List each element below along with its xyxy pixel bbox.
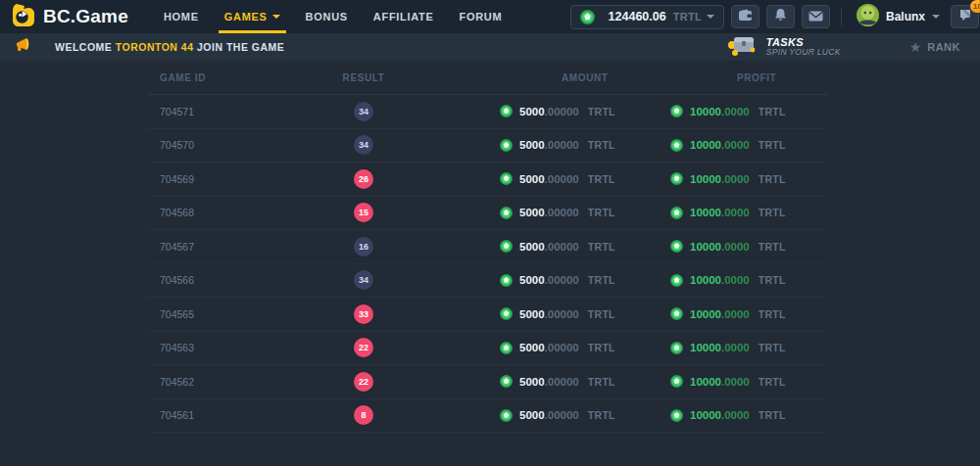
result-badge: 26 bbox=[354, 169, 373, 189]
table-row: 704565 33 5000.00000 TRTL bbox=[147, 298, 828, 332]
announcement-bar: WELCOME TORONTON 44 JOIN THE GAME TASKS bbox=[0, 33, 980, 61]
game-id-cell[interactable]: 704563 bbox=[147, 342, 290, 353]
bc-game-logo-icon bbox=[12, 3, 35, 31]
navbar-divider bbox=[841, 7, 842, 26]
table-header-row: GAME ID RESULT AMOUNT PROFIT bbox=[147, 61, 828, 95]
trtl-coin-icon bbox=[500, 240, 513, 253]
amount-cell: 5000.00000 TRTL bbox=[437, 207, 647, 219]
game-id-cell[interactable]: 704561 bbox=[147, 409, 290, 421]
trtl-coin-icon bbox=[500, 207, 513, 219]
trtl-coin-icon bbox=[670, 375, 683, 388]
trtl-coin-icon bbox=[500, 307, 513, 320]
trtl-coin-icon bbox=[670, 274, 683, 287]
trtl-coin-icon bbox=[500, 274, 513, 287]
table-row: 704568 15 5000.00000 TRTL bbox=[147, 197, 828, 231]
result-badge: 15 bbox=[354, 203, 373, 222]
amount-cell: 5000.00000 TRTL bbox=[437, 105, 647, 117]
trtl-coin-icon bbox=[500, 342, 513, 354]
tasks-widget[interactable]: TASKS SPIN YOUR LUCK bbox=[726, 33, 841, 61]
rank-widget[interactable]: ★ RANK bbox=[909, 40, 960, 54]
profit-cell: 10000.0000 TRTL bbox=[647, 409, 828, 422]
wallet-button[interactable] bbox=[731, 5, 760, 28]
result-badge: 34 bbox=[354, 135, 373, 155]
username: Balunx bbox=[886, 10, 925, 23]
result-badge: 34 bbox=[354, 102, 373, 121]
messages-button[interactable] bbox=[802, 5, 830, 28]
trtl-coin-icon bbox=[670, 342, 683, 354]
nav-item-games[interactable]: GAMES bbox=[224, 0, 280, 33]
header-game-id: GAME ID bbox=[147, 72, 290, 83]
table-row: 704563 22 5000.00000 TRTL bbox=[147, 332, 828, 366]
chevron-down-icon bbox=[272, 15, 280, 19]
top-navbar: BC.Game HOMEGAMESBONUSAFFILIATEFORUM 124… bbox=[0, 0, 980, 33]
navbar-right: 124460.06 TRTL bbox=[570, 4, 970, 30]
result-badge: 34 bbox=[354, 270, 373, 290]
balance-currency: TRTL bbox=[673, 11, 702, 23]
trtl-coin-icon bbox=[500, 105, 513, 117]
table-row: 704569 26 5000.00000 TRTL bbox=[147, 163, 828, 197]
chat-icon bbox=[958, 8, 972, 25]
game-id-cell[interactable]: 704562 bbox=[147, 376, 290, 388]
table-row: 704566 34 5000.00000 TRTL bbox=[147, 264, 828, 299]
treasure-chest-icon bbox=[726, 33, 758, 61]
amount-cell: 5000.00000 TRTL bbox=[437, 274, 647, 287]
bc-game-page: BC.Game HOMEGAMESBONUSAFFILIATEFORUM 124… bbox=[0, 0, 980, 466]
nav-item-home[interactable]: HOME bbox=[164, 0, 199, 33]
profit-cell: 10000.0000 TRTL bbox=[647, 274, 828, 287]
nav-item-forum[interactable]: FORUM bbox=[460, 0, 503, 33]
game-id-cell[interactable]: 704567 bbox=[147, 241, 290, 253]
amount-cell: 5000.00000 TRTL bbox=[437, 240, 647, 253]
brand-name: BC.Game bbox=[43, 6, 128, 27]
game-id-cell[interactable]: 704571 bbox=[147, 106, 290, 117]
game-id-cell[interactable]: 704568 bbox=[147, 207, 290, 218]
result-badge: 22 bbox=[354, 372, 373, 392]
chevron-down-icon bbox=[707, 15, 714, 19]
game-id-cell[interactable]: 704570 bbox=[147, 139, 290, 151]
trtl-coin-icon bbox=[500, 172, 513, 185]
star-icon: ★ bbox=[909, 40, 922, 54]
result-badge: 16 bbox=[354, 237, 373, 256]
table-row: 704567 16 5000.00000 TRTL bbox=[147, 230, 828, 264]
trtl-coin-icon bbox=[670, 139, 683, 152]
profit-cell: 10000.0000 TRTL bbox=[647, 307, 828, 320]
amount-cell: 5000.00000 TRTL bbox=[437, 409, 647, 422]
header-result: RESULT bbox=[290, 72, 437, 83]
notifications-button[interactable] bbox=[766, 5, 795, 28]
balance-selector[interactable]: 124460.06 TRTL bbox=[570, 5, 724, 29]
trtl-coin-icon bbox=[670, 172, 683, 185]
tasks-subtitle: SPIN YOUR LUCK bbox=[766, 48, 841, 58]
brand-logo[interactable]: BC.Game bbox=[12, 3, 128, 31]
welcome-message: WELCOME TORONTON 44 JOIN THE GAME bbox=[55, 41, 284, 53]
chat-button[interactable]: 10 bbox=[951, 5, 979, 28]
trtl-coin-icon bbox=[670, 409, 683, 422]
game-id-cell[interactable]: 704565 bbox=[147, 308, 290, 320]
nav-item-affiliate[interactable]: AFFILIATE bbox=[373, 0, 434, 33]
user-menu[interactable]: Balunx bbox=[853, 4, 944, 30]
header-profit: PROFIT bbox=[647, 72, 828, 83]
header-amount: AMOUNT bbox=[437, 72, 647, 83]
trtl-coin-icon bbox=[500, 375, 513, 388]
amount-cell: 5000.00000 TRTL bbox=[437, 375, 647, 388]
nav-item-bonus[interactable]: BONUS bbox=[306, 0, 348, 33]
profit-cell: 10000.0000 TRTL bbox=[647, 207, 828, 219]
balance-amount: 124460.06 bbox=[609, 10, 666, 23]
trtl-coin-icon bbox=[500, 409, 513, 422]
welcome-username: TORONTON 44 bbox=[116, 41, 194, 53]
profit-cell: 10000.0000 TRTL bbox=[647, 375, 828, 388]
profit-cell: 10000.0000 TRTL bbox=[647, 139, 828, 152]
table-row: 704562 22 5000.00000 TRTL bbox=[147, 365, 828, 399]
result-badge: 22 bbox=[354, 338, 373, 357]
game-id-cell[interactable]: 704569 bbox=[147, 173, 290, 185]
profit-cell: 10000.0000 TRTL bbox=[647, 105, 828, 117]
amount-cell: 5000.00000 TRTL bbox=[437, 172, 647, 185]
profit-cell: 10000.0000 TRTL bbox=[647, 342, 828, 354]
chevron-down-icon bbox=[932, 15, 940, 19]
trtl-coin-icon bbox=[670, 240, 683, 253]
trtl-coin-icon bbox=[670, 207, 683, 219]
game-id-cell[interactable]: 704566 bbox=[147, 274, 290, 286]
wallet-icon bbox=[738, 8, 753, 25]
table-row: 704561 8 5000.00000 TRTL bbox=[147, 399, 828, 434]
game-history-table: GAME ID RESULT AMOUNT PROFIT 704571 34 5… bbox=[147, 61, 828, 433]
rank-label: RANK bbox=[927, 41, 960, 53]
bell-icon bbox=[774, 8, 787, 25]
